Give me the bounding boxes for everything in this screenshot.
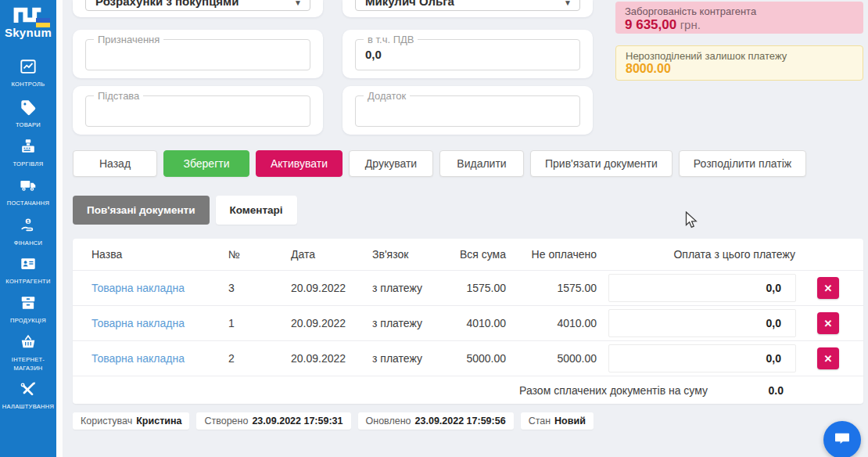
sidebar-item-label: ТОВАРИ <box>1 121 56 130</box>
sidebar-item-contact-card[interactable]: КОНТРАГЕНТИ <box>0 255 56 286</box>
unallocated-amount: 8000.00 <box>626 62 853 76</box>
document-unpaid: 5000.00 <box>557 352 597 365</box>
sidebar-item-chart-line[interactable]: КОНТРОЛЬ <box>0 58 56 89</box>
sidebar-item-label: КОНТРАГЕНТИ <box>1 278 56 286</box>
document-total: 1575.00 <box>466 282 506 294</box>
basis-input[interactable]: Підстава <box>85 95 310 127</box>
status-chip: КористувачКристина <box>73 412 189 430</box>
status-chip-value: Новий <box>554 416 586 426</box>
sidebar-item-label: ФІНАНСИ <box>1 239 56 248</box>
debt-label: Заборгованість контрагента <box>625 5 854 17</box>
document-date: 20.09.2022 <box>291 317 346 329</box>
unlink-document-button[interactable]: ✕ <box>817 277 839 299</box>
print-button[interactable]: Друкувати <box>349 150 433 177</box>
col-number: № <box>228 248 240 261</box>
table-row: Товарна накладна220.09.2022з платежу5000… <box>73 340 863 376</box>
debt-currency: грн. <box>680 18 701 31</box>
sidebar-item-basket[interactable]: ІНТЕРНЕТ-МАГАЗИН <box>0 333 56 372</box>
vat-label: в т.ч. ПДВ <box>364 34 418 45</box>
contractor-select[interactable]: Микулич Ольга ▼ <box>355 0 580 11</box>
chevron-down-icon: ▼ <box>294 0 302 7</box>
payment-input[interactable] <box>608 274 796 302</box>
app-window: Skynum КОНТРОЛЬТОВАРИТОРГІВЛЯПОСТАЧАННЯ$… <box>0 0 868 457</box>
sidebar-item-cash-register[interactable]: ТОРГІВЛЯ <box>0 138 56 169</box>
sidebar-item-label: ПОСТАЧАННЯ <box>1 200 56 208</box>
col-unpaid: Не оплачено <box>532 248 597 261</box>
status-chip-label: Стан <box>529 416 551 426</box>
hand-money-icon: $ <box>20 217 37 237</box>
total-paid-label: Разом сплачених документів на суму <box>519 384 708 397</box>
table-footer: Разом сплачених документів на суму 0.0 <box>73 376 863 404</box>
skynum-logo[interactable]: Skynum <box>0 5 56 39</box>
purpose-label: Призначення <box>94 34 163 45</box>
document-link[interactable]: Товарна накладна <box>91 352 185 365</box>
attachment-input[interactable]: Додаток <box>355 95 580 127</box>
chart-line-icon <box>20 58 37 78</box>
col-date: Дата <box>291 248 315 261</box>
chat-button[interactable] <box>823 421 861 457</box>
operation-type-card: Розрахунки з покупцями ▼ <box>73 0 323 17</box>
basis-label: Підстава <box>94 90 143 102</box>
status-chip-label: Створено <box>204 416 248 426</box>
payment-input[interactable] <box>608 344 796 372</box>
document-link[interactable]: Товарна накладна <box>91 282 185 294</box>
table-row: Товарна накладна320.09.2022з платежу1575… <box>73 270 863 305</box>
col-payment: Оплата з цього платежу <box>673 248 795 261</box>
status-chip: СтанНовий <box>521 412 594 430</box>
unlink-document-button[interactable]: ✕ <box>817 347 839 369</box>
basis-card: Підстава <box>73 86 323 135</box>
tools-icon <box>20 380 37 401</box>
sidebar-item-label: КОНТРОЛЬ <box>1 81 56 89</box>
sidebar-item-hand-money[interactable]: $ФІНАНСИ <box>0 217 56 248</box>
sidebar-item-tools[interactable]: НАЛАШТУВАННЯ <box>0 380 56 412</box>
document-relation: з платежу <box>372 317 422 329</box>
sidebar-item-truck[interactable]: ПОСТАЧАННЯ <box>0 177 56 208</box>
skynum-wave-icon <box>13 5 44 28</box>
status-chip: Оновлено23.09.2022 17:59:56 <box>358 412 514 430</box>
cash-register-icon <box>20 138 37 158</box>
allocate-payment-button[interactable]: Розподілити платіж <box>679 150 806 177</box>
truck-icon <box>20 177 37 197</box>
purpose-input[interactable]: Призначення <box>85 39 310 70</box>
vat-input[interactable]: в т.ч. ПДВ 0,0 <box>355 39 580 70</box>
basket-icon <box>20 333 37 354</box>
sidebar-item-label: ІНТЕРНЕТ-МАГАЗИН <box>1 356 56 372</box>
tab-comments[interactable]: Коментарі <box>216 196 297 225</box>
sidebar-item-box[interactable]: ПРОДУКЦІЯ <box>0 294 56 326</box>
save-button[interactable]: Зберегти <box>163 150 249 177</box>
payment-input[interactable] <box>608 309 796 337</box>
attachment-label: Додаток <box>364 90 410 102</box>
contact-card-icon <box>20 255 37 275</box>
contractor-value: Микулич Ольга <box>365 0 454 8</box>
delete-button[interactable]: Видалити <box>439 150 524 177</box>
debt-amount: 9 635,00 <box>625 17 676 32</box>
sidebar-gutter <box>56 0 63 457</box>
operation-type-value: Розрахунки з покупцями <box>95 0 239 8</box>
document-relation: з платежу <box>372 282 422 294</box>
attach-documents-button[interactable]: Прив'язати документи <box>530 150 673 177</box>
tab-linked-documents[interactable]: Пов'язані документи <box>73 196 210 225</box>
back-button[interactable]: Назад <box>73 150 157 177</box>
document-link[interactable]: Товарна накладна <box>91 317 185 329</box>
tab-bar: Пов'язані документи Коментарі <box>73 196 297 225</box>
col-name: Назва <box>91 248 122 261</box>
document-date: 20.09.2022 <box>291 282 346 294</box>
contractor-card: Микулич Ольга ▼ <box>343 0 593 17</box>
chevron-down-icon: ▼ <box>564 0 572 7</box>
contractor-debt-alert: Заборгованість контрагента 9 635,00 грн. <box>615 2 863 34</box>
status-chip-value: Кристина <box>136 416 181 426</box>
document-number: 1 <box>228 317 235 329</box>
status-bar: КористувачКристинаСтворено23.09.2022 17:… <box>73 412 594 430</box>
col-total: Вся сума <box>460 248 506 261</box>
table-row: Товарна накладна120.09.2022з платежу4010… <box>73 305 863 340</box>
toolbar: Назад Зберегти Активувати Друкувати Вида… <box>73 150 806 177</box>
box-icon <box>20 294 37 315</box>
sidebar-item-tags[interactable]: ТОВАРИ <box>0 99 56 130</box>
chat-bubble-icon <box>833 429 852 451</box>
operation-type-select[interactable]: Розрахунки з покупцями ▼ <box>85 0 310 11</box>
mouse-cursor <box>685 211 699 233</box>
status-chip: Створено23.09.2022 17:59:31 <box>196 412 350 430</box>
unlink-document-button[interactable]: ✕ <box>817 312 839 334</box>
sidebar-item-label: ПРОДУКЦІЯ <box>1 317 56 326</box>
activate-button[interactable]: Активувати <box>256 150 343 177</box>
